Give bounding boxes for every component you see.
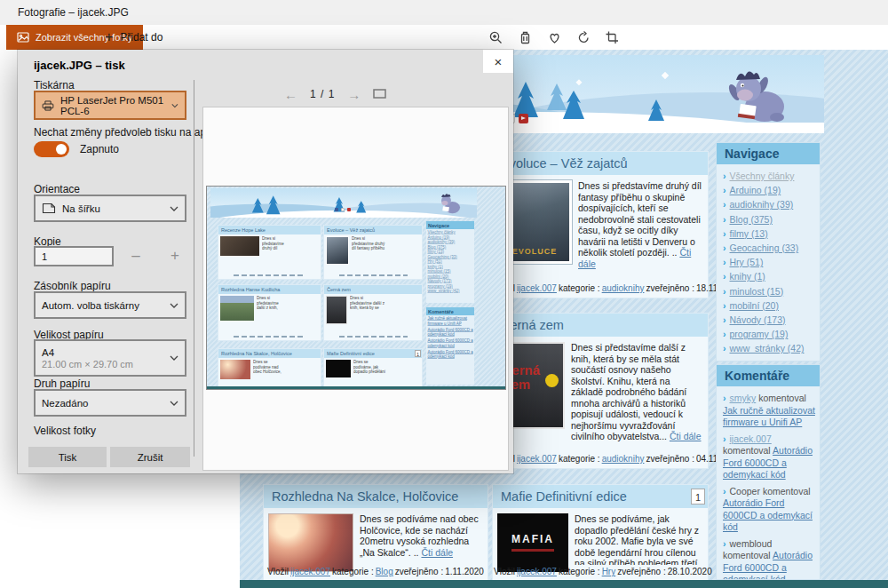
chevron-right-icon: › bbox=[723, 314, 726, 325]
mini-section-divider bbox=[207, 386, 505, 389]
chevron-down-icon bbox=[170, 401, 178, 406]
chevron-right-icon: › bbox=[723, 286, 726, 297]
chevron-right-icon: › bbox=[723, 433, 726, 444]
mini-google-icon bbox=[341, 208, 345, 211]
paper-type-select[interactable]: Nezadáno bbox=[34, 389, 186, 417]
comment-user: Cooper bbox=[730, 486, 760, 497]
copies-decrement-button[interactable]: – bbox=[123, 244, 149, 267]
mini-article-cerna-zem: Černá zem Dnes si představíme další z kn… bbox=[323, 284, 423, 341]
orientation-select[interactable]: Na šířku bbox=[34, 195, 186, 222]
zoom-button[interactable] bbox=[485, 28, 506, 47]
favorite-button[interactable] bbox=[543, 28, 565, 47]
landscape-page-icon bbox=[42, 203, 56, 214]
comment-item: ›Cooper komentoval Autorádio Ford 6000CD… bbox=[723, 486, 816, 534]
comment-user: smyky bbox=[730, 393, 757, 403]
article-body: Dnes se podíváme, jak dopadlo předělání … bbox=[575, 513, 703, 565]
zoom-in-icon bbox=[488, 30, 503, 45]
author-link: ijacek.007 bbox=[290, 567, 330, 576]
read-more-link: Čti dále bbox=[670, 431, 702, 441]
printer-value: HP LaserJet Pro M501 PCL-6 bbox=[60, 95, 165, 116]
comment-count-badge: 1 bbox=[691, 489, 705, 505]
mini-article-mafie: Mafie Definitivní edice 1 Dnes se podívá… bbox=[323, 348, 423, 387]
chevron-right-icon: › bbox=[723, 393, 726, 403]
fit-page-icon bbox=[373, 89, 386, 99]
mini-banner bbox=[210, 188, 477, 218]
printer-select[interactable]: HP LaserJet Pro M501 PCL-6 bbox=[34, 91, 186, 120]
chevron-right-icon: › bbox=[723, 329, 726, 339]
window-title: Fotografie – ijacek.JPG bbox=[18, 6, 129, 19]
delete-button[interactable] bbox=[514, 28, 535, 47]
article-footer: Vložilijacek.007kategorie :audioknihyzve… bbox=[493, 283, 708, 293]
close-icon[interactable]: × bbox=[483, 50, 513, 73]
dialog-divider bbox=[194, 80, 194, 457]
sidebar-komentare: Komentáře ›smyky komentoval Jak ručně ak… bbox=[716, 364, 821, 580]
window-titlebar: Fotografie – ijacek.JPG bbox=[0, 0, 888, 25]
preview-mini-page: Recenze Hope Lake Dnes si představíme dr… bbox=[207, 187, 505, 389]
navigace-list: ›Všechny články ›Arduino (19) ›audioknih… bbox=[717, 164, 820, 361]
add-to-button[interactable]: + Přidat do bbox=[105, 25, 163, 50]
sidebar-navigace: Navigace ›Všechny články ›Arduino (19) ›… bbox=[716, 142, 821, 362]
nav-item: ›programy (19) bbox=[723, 329, 816, 343]
print-button[interactable]: Tisk bbox=[28, 447, 107, 467]
crop-button[interactable] bbox=[601, 28, 622, 47]
paper-size-detail: 21.00 cm × 29.70 cm bbox=[42, 359, 133, 369]
komentare-list: ›smyky komentoval Jak ručně aktualizovat… bbox=[717, 386, 820, 580]
page-indicator: 1 / 1 bbox=[310, 88, 335, 100]
youtube-icon bbox=[519, 114, 528, 123]
tray-value: Autom. volba tiskárny bbox=[42, 300, 139, 311]
chevron-right-icon: › bbox=[723, 271, 726, 282]
comment-user: wembloud bbox=[730, 538, 773, 549]
rotate-icon bbox=[576, 30, 591, 45]
toggle-knob bbox=[56, 144, 67, 155]
comment-item: ›smyky komentoval Jak ručně aktualizovat… bbox=[723, 393, 816, 429]
rotate-button[interactable] bbox=[573, 28, 594, 47]
chevron-right-icon: › bbox=[723, 242, 726, 253]
chevron-right-icon: › bbox=[723, 171, 726, 181]
nav-item: ›audioknihy (39) bbox=[723, 199, 816, 213]
prefs-toggle[interactable] bbox=[34, 141, 69, 157]
paper-size-select[interactable]: A4 21.00 cm × 29.70 cm bbox=[34, 339, 186, 377]
nav-item: ›Arduino (19) bbox=[723, 185, 816, 199]
nav-item: ›minulost (15) bbox=[723, 286, 816, 300]
article-title: Evoluce – Věž zajatců bbox=[493, 152, 708, 175]
photo-size-label: Velikost fotky bbox=[34, 425, 96, 437]
article-title: Rozhledna Na Skalce, Holčovice bbox=[264, 485, 488, 508]
prefs-state: Zapnuto bbox=[80, 143, 119, 155]
heart-icon bbox=[547, 30, 562, 45]
comment-user: ijacek.007 bbox=[730, 433, 772, 444]
category-link: Blog bbox=[376, 567, 393, 576]
mini-article-hope-lake: Recenze Hope Lake Dnes si představíme dr… bbox=[218, 225, 321, 280]
print-dialog: ijacek.JPG – tisk × Tiskárna HP LaserJet… bbox=[18, 50, 513, 473]
next-page-icon[interactable]: → bbox=[347, 88, 361, 101]
chevron-right-icon: › bbox=[723, 185, 726, 195]
copies-input[interactable] bbox=[34, 246, 114, 266]
copies-increment-button[interactable]: + bbox=[162, 244, 188, 267]
article-title: Černá zem bbox=[493, 314, 708, 337]
navigace-header: Navigace bbox=[717, 143, 820, 164]
nav-item: ›www_stránky (42) bbox=[723, 343, 816, 357]
paper-type-value: Nezadáno bbox=[42, 398, 88, 409]
comment-target-link: Jak ručně aktualizovat firmware u Unifi … bbox=[723, 405, 815, 428]
publish-date: 28.10.2020 bbox=[668, 567, 712, 576]
orientation-value: Na šířku bbox=[62, 203, 100, 214]
previous-page-icon[interactable]: ← bbox=[284, 88, 297, 101]
author-link: ijacek.007 bbox=[517, 567, 557, 576]
fit-to-page-button[interactable] bbox=[373, 88, 386, 101]
app-toolbar: Zobrazit všechny fotky + Přidat do bbox=[0, 25, 888, 50]
chevron-right-icon: › bbox=[723, 538, 726, 549]
chevron-right-icon: › bbox=[723, 300, 726, 311]
add-to-label: Přidat do bbox=[120, 31, 163, 44]
dialog-title: ijacek.JPG – tisk bbox=[34, 59, 125, 72]
paper-tray-select[interactable]: Autom. volba tiskárny bbox=[34, 291, 186, 319]
crop-icon bbox=[605, 30, 620, 45]
mini-article-hanse-kudlich: Rozhledna Hanse Kudlicha Dnes si předsta… bbox=[218, 284, 321, 341]
comment-target-link: Autorádio Ford 6000CD a odemykací kód bbox=[723, 497, 813, 532]
read-more-link: Čti dále bbox=[421, 547, 453, 558]
cancel-button[interactable]: Zrušit bbox=[110, 447, 190, 467]
mini-article-skalce: Rozhledna Na Skalce, Holčovice Dnes se p… bbox=[218, 348, 321, 387]
preview-pagination: ← 1 / 1 → bbox=[284, 85, 435, 103]
chevron-down-icon bbox=[171, 103, 178, 108]
chevron-right-icon: › bbox=[723, 228, 726, 239]
paper-type-label: Druh papíru bbox=[34, 377, 90, 390]
author-link: ijacek.007 bbox=[517, 454, 557, 464]
